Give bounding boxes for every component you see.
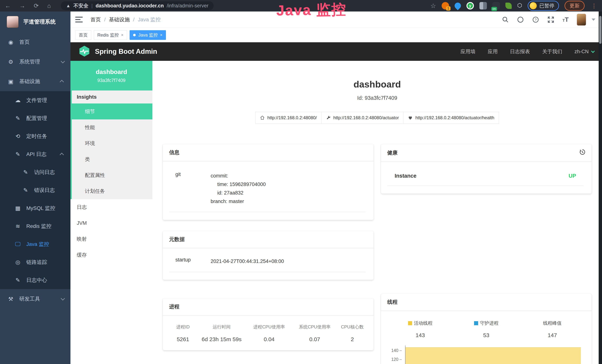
reload-icon[interactable]: ⟳ xyxy=(34,0,39,11)
metadata-value: 2021-04-27T00:44:31.254+08:00 xyxy=(211,257,366,266)
breadcrumb-home[interactable]: 首页 xyxy=(90,16,101,23)
sba-menu-details[interactable]: 细节 xyxy=(70,104,152,119)
info-git-row: git commit: time: 1596289704000 id: 27aa… xyxy=(169,171,366,212)
extension-on-badge: on xyxy=(491,7,497,11)
sidebar-item-access-log[interactable]: ✎ 访问日志 xyxy=(0,163,70,181)
extension-grid-icon[interactable] xyxy=(479,2,487,10)
search-icon[interactable] xyxy=(502,16,509,23)
sidebar-item-mysql[interactable]: ▦ MySQL 监控 xyxy=(0,199,70,217)
sba-menu-caches[interactable]: 缓存 xyxy=(70,247,152,263)
tab-java[interactable]: Java 监控 × xyxy=(129,30,166,40)
url-path: /infra/admin-server xyxy=(167,3,208,9)
bookmark-star-icon[interactable]: ☆ xyxy=(430,2,436,10)
sidebar-item-home[interactable]: ◉ 首页 xyxy=(0,32,70,52)
threads-chart: 140 120 100 xyxy=(387,345,585,364)
browser-update-button[interactable]: 更新 xyxy=(565,1,585,11)
sidebar-item-label: 文件管理 xyxy=(26,97,47,104)
process-value-proc-cpu: 0.04 xyxy=(247,336,292,343)
sidebar-item-job[interactable]: ⟲ 定时任务 xyxy=(0,127,70,145)
peak-threads-value: 147 xyxy=(519,332,585,338)
sidebar-item-java[interactable]: 🖵 Java 监控 xyxy=(0,235,70,253)
user-avatar[interactable] xyxy=(577,14,586,26)
address-bar[interactable]: ▲ 不安全 | dashboard.yudao.iocoder.cn/infra… xyxy=(61,1,214,10)
sba-instance-id: 93a3fc7f7409 xyxy=(97,78,126,83)
breadcrumb-infra[interactable]: 基础设施 xyxy=(109,16,130,23)
sba-menu-environment[interactable]: 环境 xyxy=(70,135,152,151)
app-sidebar: 芋道管理系统 ◉ 首页 ⚙ 系统管理 ▣ 基础设施 ☁ 文件管理 ✎ 配置管理 xyxy=(0,11,70,364)
fullscreen-icon[interactable] xyxy=(547,16,554,23)
sba-language-select[interactable]: zh-CN xyxy=(574,49,594,54)
sba-menu-metrics[interactable]: 性能 xyxy=(70,119,152,135)
sba-menu-classes[interactable]: 类 xyxy=(70,151,152,167)
sidebar-item-label: MySQL 监控 xyxy=(26,205,55,212)
sba-instance-header[interactable]: dashboard 93a3fc7f7409 xyxy=(70,61,152,90)
extensions-puzzle-icon[interactable]: ⬡ xyxy=(517,2,522,10)
sba-nav-about[interactable]: 关于我们 xyxy=(542,48,562,55)
sidebar-item-log-center[interactable]: ✎ 日志中心 xyxy=(0,271,70,289)
sba-language-label: zh-CN xyxy=(574,49,589,54)
back-icon[interactable]: ← xyxy=(5,0,11,11)
security-warning-label: 不安全 xyxy=(74,2,88,9)
sidebar-item-trace[interactable]: ◎ 链路追踪 xyxy=(0,253,70,271)
sba-menu-jvm[interactable]: JVM xyxy=(70,215,152,231)
close-icon[interactable]: × xyxy=(160,33,162,37)
metadata-card-title: 元数据 xyxy=(169,236,185,243)
process-header-cores: CPU核心数 xyxy=(337,324,367,330)
instance-health-link[interactable]: http://192.168.0.2:48080/actuator/health xyxy=(403,112,499,124)
sba-nav-applications[interactable]: 应用 xyxy=(488,48,498,55)
gear-icon: ⚙ xyxy=(7,59,14,65)
sidebar-item-system[interactable]: ⚙ 系统管理 xyxy=(0,52,70,72)
health-history-icon[interactable] xyxy=(579,149,585,157)
sidebar-item-api-log[interactable]: ✎ API 日志 xyxy=(0,145,70,163)
sidebar-item-error-log[interactable]: ✎ 错误日志 xyxy=(0,181,70,199)
process-table: 进程ID 运行时间 进程CPU使用率 系统CPU使用率 CPU核心数 5261 xyxy=(169,324,367,343)
profile-paused-pill[interactable]: 已暂停 xyxy=(528,1,559,11)
browser-menu-icon[interactable]: ⋮ xyxy=(591,3,597,9)
github-icon[interactable] xyxy=(517,16,524,23)
sba-menu-mappings[interactable]: 映射 xyxy=(70,231,152,247)
sidebar-item-dev-tools[interactable]: ⚒ 研发工具 xyxy=(0,289,70,309)
hamburger-icon[interactable] xyxy=(75,17,83,23)
app-logo-row[interactable]: 芋道管理系统 xyxy=(0,11,70,32)
help-icon[interactable]: ? xyxy=(532,16,539,23)
sidebar-item-label: 首页 xyxy=(19,39,30,46)
forward-icon[interactable]: → xyxy=(19,0,25,11)
instance-actuator-link[interactable]: http://192.168.0.2:48080/actuator xyxy=(321,112,404,124)
url-host: dashboard.yudao.iocoder.cn xyxy=(96,3,164,9)
git-id-line: id: 27aa832 xyxy=(211,189,366,197)
sba-menu-configprops[interactable]: 配置属性 xyxy=(70,167,152,183)
sidebar-item-file[interactable]: ☁ 文件管理 xyxy=(0,91,70,109)
sba-nav-journal[interactable]: 日志报表 xyxy=(510,48,530,55)
extension-leaf-icon[interactable] xyxy=(505,3,512,9)
tab-redis[interactable]: Redis 监控 × xyxy=(94,30,127,40)
info-card-title: 信息 xyxy=(169,149,180,156)
tab-home[interactable]: 首页 xyxy=(75,30,91,40)
log-edit-icon: ✎ xyxy=(22,169,29,175)
sba-nav-wallboard[interactable]: 应用墙 xyxy=(460,48,475,55)
extension-orange-icon[interactable]: 1 xyxy=(442,2,449,10)
tab-label: 首页 xyxy=(79,32,88,38)
profile-paused-label: 已暂停 xyxy=(539,2,554,9)
eye-icon: ◎ xyxy=(14,259,21,265)
user-menu-caret-icon[interactable] xyxy=(592,19,595,21)
process-value-pid: 5261 xyxy=(169,336,197,343)
sidebar-item-redis[interactable]: ≋ Redis 监控 xyxy=(0,217,70,235)
home-icon[interactable]: ⌂ xyxy=(47,0,51,11)
extension-y-icon[interactable]: y xyxy=(466,2,474,10)
sba-menu-logs[interactable]: 日志 xyxy=(70,199,152,215)
close-icon[interactable]: × xyxy=(121,33,123,37)
process-value-uptime: 6d 23h 15m 59s xyxy=(197,336,247,343)
daemon-threads-value: 53 xyxy=(453,332,519,338)
legend-blue-swatch xyxy=(474,321,478,325)
sba-menu-scheduled[interactable]: 计划任务 xyxy=(70,183,152,199)
sba-insights-label: Insights xyxy=(70,90,152,104)
process-value-cores: 2 xyxy=(337,336,367,343)
font-size-icon[interactable]: TT xyxy=(562,16,569,23)
extension-proxy-icon[interactable]: on xyxy=(493,2,500,10)
instance-home-link[interactable]: http://192.168.0.2:48080/ xyxy=(255,112,322,124)
extension-pin-icon[interactable] xyxy=(453,1,462,10)
sidebar-item-infra[interactable]: ▣ 基础设施 xyxy=(0,72,70,91)
page-scrollbar[interactable] xyxy=(599,11,602,364)
sidebar-item-config[interactable]: ✎ 配置管理 xyxy=(0,109,70,127)
page-scrollbar-thumb[interactable] xyxy=(599,16,602,44)
